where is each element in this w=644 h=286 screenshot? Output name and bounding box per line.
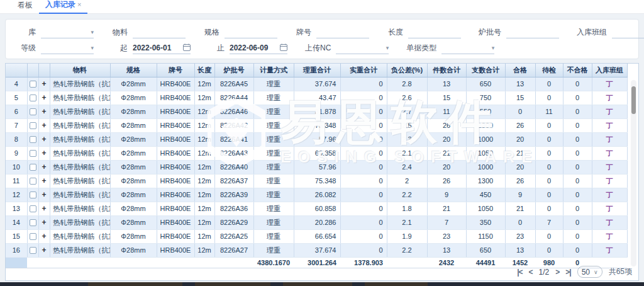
- tab-inbound-records[interactable]: 入库记录×: [39, 0, 87, 14]
- row-checkbox[interactable]: [30, 247, 36, 254]
- next-page-button[interactable]: >: [555, 268, 559, 277]
- column-header-bars[interactable]: 支数合计: [466, 64, 505, 77]
- column-header-length[interactable]: 长度: [194, 64, 214, 77]
- filter-select[interactable]: ▾: [612, 26, 644, 38]
- column-header-grade[interactable]: 牌号: [157, 64, 194, 77]
- cell-pending: 0: [535, 160, 563, 174]
- cell-tolerance: 1.9: [387, 229, 427, 243]
- cell-length: 12m: [194, 118, 214, 132]
- row-checkbox[interactable]: [30, 205, 36, 212]
- tab-dashboard[interactable]: 看板: [11, 0, 39, 13]
- table-row[interactable]: 5+热轧带肋钢筋（抗震）Φ28mmHRB400E12m8226A44理重43.4…: [6, 91, 627, 105]
- last-page-button[interactable]: >|: [565, 268, 570, 277]
- table-row[interactable]: 14+热轧带肋钢筋（抗震）Φ28mmHRB400E12m8226A29理重20.…: [6, 215, 627, 229]
- cell-pieces: 26: [427, 118, 466, 132]
- column-header-method[interactable]: 计量方式: [253, 64, 294, 77]
- row-checkbox[interactable]: [30, 122, 36, 129]
- cell-pieces: 15: [427, 91, 466, 105]
- cell-no: 16: [6, 243, 27, 257]
- cell-no: 8: [6, 132, 27, 146]
- page-size-select[interactable]: 50∨: [577, 266, 602, 278]
- expand-row-button[interactable]: +: [42, 232, 46, 241]
- expand-row-button[interactable]: +: [42, 204, 46, 213]
- cell-theo: 37.674: [294, 243, 340, 257]
- expand-row-button[interactable]: +: [42, 246, 46, 255]
- filter-input[interactable]: [316, 26, 369, 38]
- calendar-icon[interactable]: [183, 43, 191, 53]
- cell-tolerance: 2.5: [387, 118, 427, 132]
- expand-row-button[interactable]: +: [42, 79, 46, 88]
- column-header-material[interactable]: 物料: [50, 64, 110, 77]
- tab-close-icon[interactable]: ×: [77, 1, 81, 8]
- table-row[interactable]: 4+热轧带肋钢筋（抗震）Φ28mmHRB400E12m8226A45理重37.6…: [6, 77, 627, 91]
- date-input[interactable]: 2022-06-09: [230, 42, 287, 54]
- table-row[interactable]: 6+热轧带肋钢筋（抗震）Φ28mmHRB400E12m8226A46理重31.8…: [6, 105, 627, 118]
- first-page-button[interactable]: |<: [517, 268, 522, 277]
- row-checkbox[interactable]: [30, 219, 36, 226]
- column-header-pieces[interactable]: 件数合计: [427, 64, 466, 77]
- column-header-batch[interactable]: 炉批号: [214, 64, 253, 77]
- cell-length: 12m: [194, 105, 214, 118]
- column-header-unqualified[interactable]: 不合格: [563, 64, 592, 77]
- cell-expand: +: [38, 229, 50, 243]
- calendar-icon[interactable]: [280, 43, 287, 53]
- expand-row-button[interactable]: +: [42, 190, 46, 199]
- cell-tolerance: 2.2: [387, 243, 427, 257]
- table-row[interactable]: 7+热轧带肋钢筋（抗震）Φ28mmHRB400E12m8226A42理重75.3…: [6, 118, 627, 132]
- column-header-theo[interactable]: 理重合计: [294, 64, 340, 77]
- column-header-actual[interactable]: 实重合计: [340, 64, 387, 77]
- column-header-qualified[interactable]: 合格: [505, 64, 535, 77]
- cell-expand: +: [38, 132, 50, 146]
- row-checkbox[interactable]: [30, 164, 36, 171]
- filter-input[interactable]: [225, 26, 277, 38]
- table-row[interactable]: 9+热轧带肋钢筋（抗震）Φ28mmHRB400E12m8226A43理重60.8…: [6, 146, 627, 160]
- filter-select[interactable]: ▾: [336, 42, 389, 54]
- cell-tolerance: 2.7: [387, 105, 427, 118]
- cell-pieces: 7: [427, 215, 466, 229]
- expand-row-button[interactable]: +: [42, 163, 46, 171]
- vertical-scrollbar[interactable]: [631, 80, 636, 266]
- cell-pieces: 23: [427, 229, 466, 243]
- table-row[interactable]: 11+热轧带肋钢筋（抗震）Φ28mmHRB400E12m8226A37理重75.…: [6, 174, 627, 188]
- expand-row-button[interactable]: +: [42, 135, 46, 144]
- date-input[interactable]: 2022-06-01: [133, 42, 191, 54]
- column-header-pending[interactable]: 待检: [535, 64, 563, 77]
- filter-select[interactable]: ▾: [41, 42, 94, 54]
- row-checkbox[interactable]: [30, 178, 36, 185]
- table-row[interactable]: 8+热轧带肋钢筋（抗震）Φ28mmHRB400E12m8226A41理重57.9…: [6, 132, 627, 146]
- scrollbar-thumb[interactable]: [631, 86, 636, 114]
- filter-input[interactable]: [408, 26, 461, 38]
- expand-row-button[interactable]: +: [42, 93, 46, 102]
- expand-row-button[interactable]: +: [42, 107, 46, 116]
- table-row[interactable]: 16+热轧带肋钢筋（抗震）Φ28mmHRB400E12m8226A27理重37.…: [6, 243, 627, 257]
- cell-unqualified: 0: [563, 243, 592, 257]
- column-header-team[interactable]: 入库班组: [592, 64, 627, 77]
- table-row[interactable]: 10+热轧带肋钢筋（抗震）Φ28mmHRB400E12m8226A40理重57.…: [6, 160, 627, 174]
- filter-input[interactable]: [133, 26, 186, 38]
- cell-batch: 8226A43: [214, 146, 253, 160]
- table-row[interactable]: 13+热轧带肋钢筋（抗震）Φ28mmHRB400E12m8226A36理重60.…: [6, 202, 627, 215]
- filter-label: 等级: [14, 43, 36, 54]
- table-row[interactable]: 12+热轧带肋钢筋（抗震）Φ28mmHRB400E12m8226A39理重26.…: [6, 188, 627, 202]
- expand-row-button[interactable]: +: [42, 176, 46, 185]
- filter-input[interactable]: [506, 26, 559, 38]
- row-checkbox[interactable]: [30, 81, 36, 88]
- expand-row-button[interactable]: +: [42, 121, 46, 130]
- row-checkbox[interactable]: [30, 136, 36, 143]
- column-header-tolerance[interactable]: 负公差(%): [387, 64, 427, 77]
- row-checkbox[interactable]: [30, 94, 36, 101]
- filter-select[interactable]: ▾: [41, 26, 94, 38]
- cell-pieces: 13: [427, 243, 466, 257]
- column-header-spec[interactable]: 规格: [110, 64, 157, 77]
- row-checkbox[interactable]: [30, 192, 36, 198]
- prev-page-button[interactable]: <: [529, 268, 533, 277]
- expand-row-button[interactable]: +: [42, 218, 46, 227]
- row-checkbox[interactable]: [30, 233, 36, 240]
- row-checkbox[interactable]: [30, 150, 36, 157]
- cell-theo: 26.082: [294, 188, 340, 202]
- table-row[interactable]: 15+热轧带肋钢筋（抗震）Φ28mmHRB400E12m8226A25理重66.…: [6, 229, 627, 243]
- row-checkbox[interactable]: [30, 108, 36, 115]
- filter-select[interactable]: ▾: [441, 42, 494, 54]
- cell-bars: 1050: [466, 146, 505, 160]
- expand-row-button[interactable]: +: [42, 149, 46, 157]
